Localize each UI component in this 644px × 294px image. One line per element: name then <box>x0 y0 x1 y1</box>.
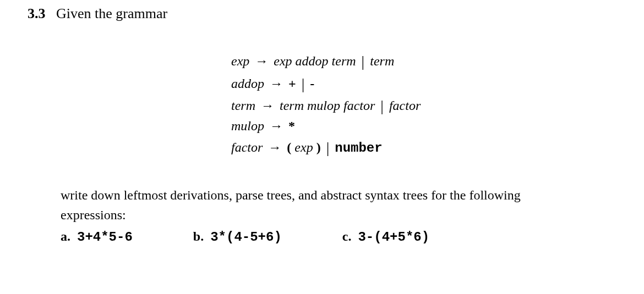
nonterminal: factor <box>389 98 421 113</box>
nonterminal: exp addop term <box>274 54 356 68</box>
nonterminal: exp <box>291 140 316 154</box>
expression-code: 3-(4+5*6) <box>358 230 429 245</box>
grammar-line: exp → exp addop term | term <box>231 49 616 72</box>
pipe-separator: | <box>380 97 384 114</box>
grammar-lhs: addop <box>231 76 264 91</box>
instruction-line2: expressions: <box>61 208 126 222</box>
expression-item: c.3-(4+5*6) <box>342 229 429 245</box>
section-header: 3.3 Given the grammar <box>28 5 616 22</box>
pipe-separator: | <box>362 53 365 70</box>
nonterminal: term mulop factor <box>280 98 375 113</box>
grammar-block: exp → exp addop term | termaddop → + | -… <box>231 49 616 158</box>
arrow-icon: → <box>265 140 285 154</box>
grammar-lhs: mulop <box>231 119 264 133</box>
nonterminal: term <box>370 54 394 68</box>
expression-code: 3*(4-5+6) <box>210 230 282 245</box>
section-number: 3.3 <box>28 5 46 21</box>
terminal: * <box>288 119 295 133</box>
grammar-line: term → term mulop factor | factor <box>231 94 616 117</box>
grammar-lhs: term <box>231 98 255 113</box>
pipe-separator: | <box>302 75 305 92</box>
arrow-icon: → <box>266 76 286 91</box>
expression-letter: b. <box>193 229 204 243</box>
arrow-icon: → <box>252 54 271 68</box>
pipe-separator: | <box>326 139 330 156</box>
arrow-icon: → <box>266 119 286 133</box>
expressions-row: a.3+4*5-6b.3*(4-5+6)c.3-(4+5*6) <box>61 229 616 245</box>
expression-code: 3+4*5-6 <box>77 230 133 245</box>
terminal: - <box>310 76 314 91</box>
expression-item: a.3+4*5-6 <box>61 229 133 245</box>
section-title: Given the grammar <box>56 5 167 21</box>
arrow-icon: → <box>258 98 277 113</box>
instruction-text: write down leftmost derivations, parse t… <box>61 185 605 225</box>
expression-letter: c. <box>342 229 352 243</box>
terminal: ) <box>316 140 321 154</box>
instruction-line1: write down leftmost derivations, parse t… <box>61 188 521 202</box>
grammar-line: factor → ( exp ) | number <box>231 136 616 158</box>
expression-item: b.3*(4-5+6) <box>193 229 282 245</box>
terminal: + <box>288 76 296 91</box>
grammar-lhs: factor <box>231 140 263 154</box>
grammar-lhs: exp <box>231 54 249 68</box>
expression-letter: a. <box>61 229 70 243</box>
terminal-keyword: number <box>335 141 382 156</box>
grammar-line: addop → + | - <box>231 72 616 95</box>
grammar-line: mulop → * <box>231 117 616 136</box>
